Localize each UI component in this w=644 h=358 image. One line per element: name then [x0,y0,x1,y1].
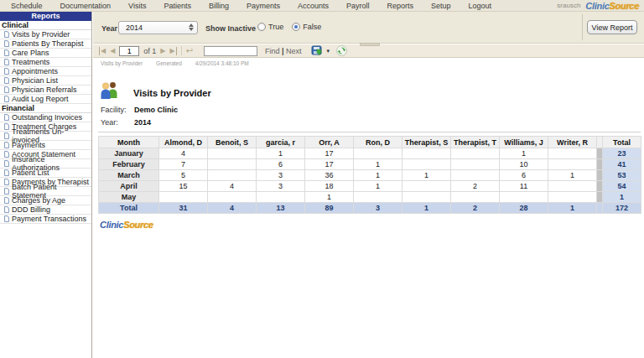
sidebar-item-insurance-authorizations[interactable]: Insurance Authorizations [0,159,91,169]
export-save-icon[interactable] [311,45,323,56]
sidebar-item-ddd-billing[interactable]: DDD Billing [0,205,91,215]
sidebar-item-label: Patients By Therapist [12,39,83,48]
value-cell: 4 [208,181,257,192]
sidebar-item-treatments-un-invoiced[interactable]: Treatments Un-invoiced [0,132,91,141]
sidebar-item-visits-by-provider[interactable]: Visits by Provider [0,30,91,39]
sidebar-item-audit-log-report[interactable]: Audit Log Report [0,95,91,104]
col-header-provider: Writer, R [548,137,597,148]
value-cell: 1 [354,181,402,192]
report-year-label: Year: [98,118,134,127]
value-cell: 6 [257,159,305,170]
radio-false-label: False [303,23,321,31]
find-text-input[interactable] [204,46,257,56]
menu-item-payments[interactable]: Payments [247,2,280,10]
sidebar-item-physician-list[interactable]: Physician List [0,76,91,86]
value-cell: 6 [500,170,548,181]
report-filter-bar: Year 2014 Show Inactive True False View … [93,12,644,44]
row-total-cell: 23 [603,148,641,159]
sidebar-item-care-plans[interactable]: Care Plans [0,49,91,58]
table-scrollbar[interactable] [597,192,603,203]
total-value-cell: 31 [159,203,208,214]
radio-true-button[interactable] [257,23,266,31]
table-scrollbar[interactable] [597,181,603,192]
sidebar-item-outstanding-invoices[interactable]: Outstanding Invoices [0,113,91,122]
value-cell: 1 [402,170,451,181]
page-number-input[interactable] [119,46,139,56]
value-cell: 1 [257,148,305,159]
clinicsource-footer-logo: ClinicSource [98,220,641,230]
sidebar-item-patients-by-therapist[interactable]: Patients By Therapist [0,39,91,49]
value-cell [402,181,451,192]
sidebar-item-payment-transactions[interactable]: Payment Transactions [0,215,91,224]
menu-item-payroll[interactable]: Payroll [346,2,370,10]
sidebar-item-physician-referrals[interactable]: Physician Referrals [0,86,91,95]
col-header-provider: Almond, D [159,137,208,148]
report-doc-icon [4,188,9,195]
table-scrollbar[interactable] [597,159,603,170]
radio-false-button[interactable] [292,23,300,31]
refresh-icon[interactable] [336,45,347,56]
row-total-cell: 1 [603,192,641,203]
facility-label: Facility: [98,106,134,114]
value-cell [159,192,208,203]
value-cell [208,170,257,181]
table-scrollbar[interactable] [597,137,603,148]
menu-item-setup[interactable]: Setup [431,2,451,10]
next-link[interactable]: Next [286,47,302,55]
sidebar-item-appointments[interactable]: Appointments [0,67,91,76]
value-cell: 15 [159,181,208,192]
logged-in-user: srausch [557,2,580,9]
value-cell [548,159,597,170]
menu-item-reports[interactable]: Reports [387,2,414,10]
menu-item-documentation[interactable]: Documentation [60,2,112,10]
table-scrollbar[interactable] [597,148,603,159]
splitter-handle[interactable] [360,43,380,46]
value-cell [354,148,402,159]
sidebar-item-label: Treatments [12,58,49,66]
report-doc-icon [4,114,9,121]
sidebar-item-batch-patient-statement[interactable]: Batch Patient Statement [0,187,91,196]
next-page-icon[interactable]: ▶ [160,47,165,55]
show-inactive-label: Show Inactive [205,24,256,33]
value-cell [354,192,402,203]
radio-option-true[interactable]: True [257,23,283,31]
month-cell: April [99,181,159,192]
col-header-month: Month [99,137,159,148]
report-doc-icon [4,215,9,222]
grand-total-cell: 172 [603,203,641,214]
report-doc-icon [4,49,9,56]
value-cell: 3 [257,181,305,192]
menu-item-schedule[interactable]: Schedule [11,2,43,10]
table-total-row: Total3141389312281172 [99,203,641,214]
radio-option-false[interactable]: False [292,23,321,31]
menu-item-billing[interactable]: Billing [209,2,229,10]
year-dropdown-value: 2014 [126,23,143,32]
month-cell: February [99,159,159,170]
menu-item-patients[interactable]: Patients [164,2,191,10]
sidebar-item-label: Physician List [12,76,58,85]
menu-item-visits[interactable]: Visits [128,2,146,10]
sidebar-item-label: Outstanding Invoices [12,113,82,122]
menu-item-logout[interactable]: Logout [469,2,492,10]
value-cell [451,159,500,170]
year-dropdown[interactable]: 2014 [118,21,198,34]
row-total-cell: 54 [603,181,641,192]
value-cell [451,192,500,203]
view-report-button[interactable]: View Report [587,20,637,34]
sidebar-item-treatments[interactable]: Treatments [0,58,91,67]
total-value-cell: 13 [257,203,305,214]
export-dropdown-caret-icon[interactable]: ▾ [327,48,330,54]
first-page-icon[interactable]: ◀ [99,47,106,55]
table-scrollbar[interactable] [597,170,603,181]
menu-item-accounts[interactable]: Accounts [298,2,329,10]
value-cell: 11 [500,181,548,192]
value-cell [402,148,451,159]
value-cell: 18 [305,181,354,192]
table-row: January4117123 [99,148,641,159]
value-cell: 1 [305,192,354,203]
filter-separator [582,14,583,40]
find-link[interactable]: Find [265,47,280,55]
last-page-icon[interactable]: ▶ [169,47,176,55]
back-to-parent-report-icon[interactable]: ↩ [186,46,193,55]
previous-page-icon[interactable]: ◀ [110,47,115,55]
